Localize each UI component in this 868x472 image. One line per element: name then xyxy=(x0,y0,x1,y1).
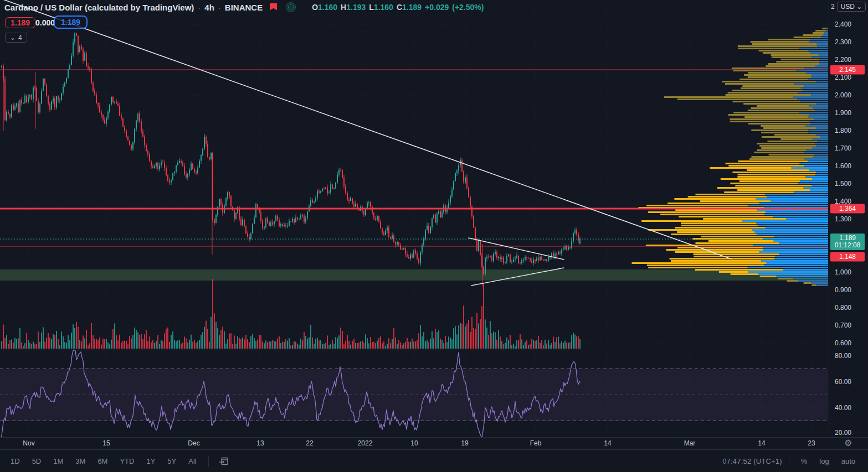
clock-label[interactable]: 07:47:52 (UTC+1) xyxy=(722,457,782,465)
bottom-toolbar: 1D5D1M3M6MYTD1Y5YAll 07:47:52 (UTC+1) % … xyxy=(0,449,868,472)
log-scale-button[interactable]: log xyxy=(814,455,834,468)
range-button-all[interactable]: All xyxy=(183,455,201,468)
percent-scale-button[interactable]: % xyxy=(796,455,813,468)
chevron-down-icon: ⌄ xyxy=(10,34,16,42)
price-tick-label: 1.700 xyxy=(835,144,851,152)
close-value: 1.189 xyxy=(402,3,422,12)
price-level-badge: 1.148 xyxy=(830,252,865,262)
rsi-tick-label: 20.00 xyxy=(835,429,851,437)
price-tick-label: 0.900 xyxy=(835,286,851,294)
time-tick-label: Dec xyxy=(188,439,199,447)
exchange-label[interactable]: BINANCE xyxy=(225,3,263,12)
range-button-1y[interactable]: 1Y xyxy=(141,455,160,468)
bar-countdown: 01:12:08 xyxy=(830,242,865,249)
range-button-6m[interactable]: 6M xyxy=(93,455,112,468)
chart-legend: Cardano / US Dollar (calculated by Tradi… xyxy=(4,2,484,12)
time-tick-label: Mar xyxy=(684,439,696,447)
symbol-logo-icon xyxy=(286,2,296,12)
range-button-5y[interactable]: 5Y xyxy=(162,455,181,468)
auto-scale-button[interactable]: auto xyxy=(836,455,860,468)
price-level-badge: 2.145 xyxy=(830,65,865,75)
go-to-date-icon[interactable] xyxy=(219,456,229,466)
rsi-tick-label: 40.00 xyxy=(835,404,851,412)
currency-unit-button[interactable]: USD ⌄ xyxy=(837,2,866,12)
price-tick-label: 2.000 xyxy=(835,91,851,99)
price-label-red: 1.189 xyxy=(5,17,35,28)
toolbar-right: 07:47:52 (UTC+1) % log auto xyxy=(722,455,868,468)
price-tick-label: 0.600 xyxy=(835,339,851,347)
price-tick-label: 2.400 xyxy=(835,20,851,28)
time-tick-label: 22 xyxy=(306,439,313,447)
time-tick-label: 14 xyxy=(604,439,611,447)
flag-icon[interactable] xyxy=(270,3,278,12)
change-value: +0.029 xyxy=(425,3,449,12)
ohlc-readout: O1.160 H1.193 L1.160 C1.189 +0.029 (+2.5… xyxy=(312,3,484,12)
rsi-tick-label: 60.00 xyxy=(835,378,851,386)
price-label-blue: 1.189 xyxy=(54,15,88,29)
current-price-badge: 1.18901:12:08 xyxy=(830,234,865,250)
price-scale-unit: 2 USD ⌄ xyxy=(831,2,866,12)
price-tick-label: 1.500 xyxy=(835,180,851,188)
range-button-3m[interactable]: 3M xyxy=(70,455,90,468)
toolbar-divider xyxy=(789,456,789,467)
price-tick-label: 2.300 xyxy=(835,38,851,46)
price-tick-label: 0.800 xyxy=(835,304,851,312)
toolbar-divider xyxy=(208,456,209,467)
price-tick-label: 2.200 xyxy=(835,56,851,64)
rsi-tick-label: 80.00 xyxy=(835,352,851,360)
price-scale[interactable]: 2.4002.3002.2002.1002.0001.9001.8001.700… xyxy=(829,0,868,449)
change-percent: (+2.50%) xyxy=(452,3,484,12)
indicator-count: 4 xyxy=(18,34,22,42)
time-tick-label: 14 xyxy=(758,439,765,447)
open-value: 1.160 xyxy=(318,3,337,12)
price-tick-label: 1.600 xyxy=(835,162,851,170)
time-tick-label: 2022 xyxy=(358,439,373,447)
tradingview-chart-window: Cardano / US Dollar (calculated by Tradi… xyxy=(0,0,868,472)
symbol-title[interactable]: Cardano / US Dollar (calculated by Tradi… xyxy=(4,3,194,12)
low-value: 1.160 xyxy=(374,3,393,12)
price-level-badge: 1.364 xyxy=(830,204,865,214)
range-button-1d[interactable]: 1D xyxy=(6,455,25,468)
legend-separator: · xyxy=(198,3,201,12)
chevron-down-icon: ⌄ xyxy=(856,3,862,11)
time-tick-label: 15 xyxy=(102,439,110,447)
interval-label[interactable]: 4h xyxy=(204,3,214,12)
price-tick-label: 1.300 xyxy=(835,215,851,223)
legend-collapse-button[interactable]: ⌄ 4 xyxy=(5,33,27,43)
timezone-settings-icon[interactable]: ⚙ xyxy=(844,438,852,448)
price-tick-label: 2.100 xyxy=(835,74,851,81)
time-tick-label: 19 xyxy=(461,439,468,447)
scale-number: 2 xyxy=(831,3,835,11)
time-tick-label: Nov xyxy=(23,439,34,447)
date-range-buttons: 1D5D1M3M6MYTD1Y5YAll xyxy=(0,455,229,468)
legend-separator: · xyxy=(218,3,221,12)
price-tick-label: 1.800 xyxy=(835,127,851,134)
price-tick-label: 0.700 xyxy=(835,321,851,329)
time-scale[interactable]: Nov15Dec132220221019Feb14Mar1423⚙ xyxy=(0,437,868,450)
price-tick-label: 1.900 xyxy=(835,109,851,117)
time-tick-label: Feb xyxy=(530,439,542,447)
high-value: 1.193 xyxy=(346,3,366,12)
range-button-ytd[interactable]: YTD xyxy=(115,455,139,468)
range-value-label: 0.000 xyxy=(35,18,55,27)
range-button-1m[interactable]: 1M xyxy=(48,455,68,468)
chart-canvas[interactable] xyxy=(0,0,868,449)
time-tick-label: 10 xyxy=(410,439,418,447)
time-tick-label: 23 xyxy=(808,439,815,447)
price-tick-label: 1.000 xyxy=(835,268,851,276)
time-tick-label: 13 xyxy=(256,439,264,447)
range-button-5d[interactable]: 5D xyxy=(27,455,47,468)
